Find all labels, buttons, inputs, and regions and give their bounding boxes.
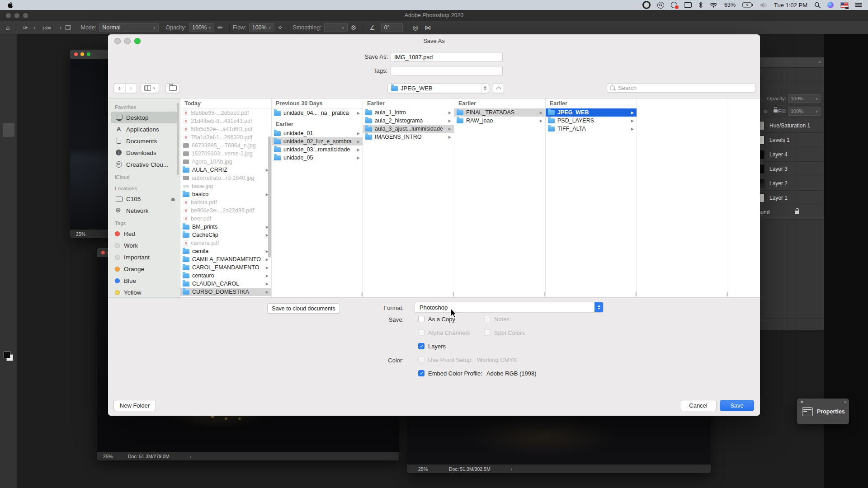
forward-button[interactable]: ›: [125, 84, 137, 93]
foreground-color-swatch[interactable]: [4, 352, 10, 358]
type-tool-icon[interactable]: [3, 235, 14, 249]
blend-mode-dropdown[interactable]: Normal∨: [99, 23, 159, 32]
filename-field[interactable]: [391, 52, 503, 62]
file-row[interactable]: CAROL_EMANDAMENTO ▶: [180, 263, 271, 272]
flow-dropdown[interactable]: 100%∨: [249, 23, 274, 32]
eyedropper-tool-icon[interactable]: [3, 95, 14, 109]
dodge-tool-icon[interactable]: [3, 207, 14, 221]
more-tools-icon[interactable]: [3, 305, 14, 319]
checkbox[interactable]: [484, 329, 491, 336]
file-row[interactable]: unidade_04..._na _pratica ▶: [272, 109, 363, 117]
checkbox[interactable]: [418, 370, 425, 376]
lasso-tool-icon[interactable]: [3, 67, 14, 81]
checkbox-row[interactable]: Use Proof Setup: Working CMYK: [418, 355, 537, 364]
marquee-tool-icon[interactable]: [3, 53, 14, 67]
status-circle-icon[interactable]: [642, 1, 651, 9]
file-row[interactable]: BM_prints ▶: [180, 223, 271, 231]
sidebar-tag-item[interactable]: Work: [111, 239, 177, 251]
history-brush-tool-icon[interactable]: [3, 151, 14, 165]
sidebar-item[interactable]: Desktop: [111, 112, 177, 123]
move-tool-icon[interactable]: [3, 39, 14, 53]
file-row[interactable]: 75a1d3af-1...266320.pdf ▶: [180, 133, 271, 141]
minimize-icon[interactable]: [80, 52, 84, 56]
close-icon[interactable]: ✕: [800, 400, 804, 404]
file-row[interactable]: 5fa8be95-...2ebacd.pdf ▶: [180, 109, 271, 117]
checkbox-row[interactable]: Notes: [484, 314, 525, 324]
file-row[interactable]: FINAL_TRATADAS ▶: [454, 108, 545, 117]
checkbox-row[interactable]: Layers: [418, 342, 474, 351]
checkbox-row[interactable]: Alpha Channels: [418, 328, 474, 337]
screen-mode-icon[interactable]: [3, 333, 14, 347]
bluetooth-icon[interactable]: [698, 2, 703, 8]
format-dropdown[interactable]: Photoshop: [414, 302, 604, 313]
checkbox[interactable]: [418, 357, 425, 363]
display-icon[interactable]: [684, 2, 692, 8]
search-input[interactable]: [617, 84, 752, 92]
notification-center-icon[interactable]: [855, 3, 862, 7]
file-row[interactable]: CAMILA_EMANDAMENTO ▶: [180, 255, 271, 263]
sidebar-tag-item[interactable]: Orange: [111, 263, 177, 275]
collapse-panels-icon[interactable]: «: [818, 59, 821, 64]
file-row[interactable]: camera.pdf ▶: [180, 239, 271, 247]
sidebar-item[interactable]: C105 ⏏: [111, 193, 177, 205]
file-row[interactable]: camila ▶: [180, 247, 271, 255]
expand-icon[interactable]: »: [844, 400, 846, 404]
symmetry-icon[interactable]: ⋈: [421, 24, 434, 31]
healing-brush-tool-icon[interactable]: [3, 109, 14, 123]
pressure-size-icon[interactable]: ◎: [410, 24, 421, 31]
eraser-tool-icon[interactable]: [3, 165, 14, 179]
wifi-icon[interactable]: [710, 2, 717, 8]
save-button[interactable]: Save: [720, 400, 754, 411]
app-status-icon[interactable]: G: [657, 2, 664, 9]
brush-tool-icon[interactable]: [3, 123, 14, 137]
brush-preset-icon[interactable]: ✑: [19, 24, 31, 31]
opacity-dropdown[interactable]: 100%∨: [189, 23, 214, 32]
file-row[interactable]: PSD_LAYERS ▶: [546, 117, 637, 125]
file-row[interactable]: unidade_03...romaticidade ▶: [272, 145, 363, 154]
checkbox[interactable]: [418, 329, 425, 336]
file-row[interactable]: IMAGENS_INTRO ▶: [363, 133, 454, 141]
view-mode-button[interactable]: ∨: [141, 83, 159, 93]
file-row[interactable]: aula_2_histograma ▶: [363, 117, 454, 125]
sidebar-tag-item[interactable]: Red: [111, 228, 177, 239]
file-row[interactable]: autorretrato...rd-1840.jpg ▶: [180, 174, 271, 182]
file-row[interactable]: batista.pdf ▶: [180, 198, 271, 206]
path-select-tool-icon[interactable]: [3, 249, 14, 263]
apple-menu-icon[interactable]: [7, 1, 14, 9]
checkbox[interactable]: [418, 316, 425, 322]
new-folder-button[interactable]: New Folder: [113, 400, 156, 411]
checkbox[interactable]: [484, 316, 491, 322]
file-row[interactable]: unidade_05 ▶: [272, 154, 363, 162]
sidebar-tag-item[interactable]: Yellow: [111, 286, 177, 297]
folder-action-button[interactable]: [165, 83, 180, 93]
file-row[interactable]: unidade_02_luz_e_sombra ▶: [272, 137, 363, 145]
zoom-level[interactable]: 25%: [407, 466, 449, 472]
hand-tool-icon[interactable]: [3, 277, 14, 291]
file-row[interactable]: CLAUDIA_CAROL ▶: [180, 280, 271, 288]
toggle-brush-panel-icon[interactable]: ❐: [62, 24, 74, 31]
status-disclosure-icon[interactable]: ›: [190, 454, 192, 459]
zoom-window-icon[interactable]: [23, 13, 28, 18]
layer-fill-dropdown[interactable]: 100%∨: [788, 107, 821, 116]
siri-icon[interactable]: [827, 2, 834, 8]
sidebar-tag-item[interactable]: Blue: [111, 275, 177, 286]
brush-preview[interactable]: 1300: [37, 25, 57, 31]
smoothing-dropdown[interactable]: ∨: [324, 23, 348, 32]
file-row[interactable]: aula_1_intro ▶: [363, 108, 454, 117]
sidebar-item[interactable]: Documents: [111, 135, 177, 147]
file-row[interactable]: centauro ▶: [180, 272, 271, 280]
file-row[interactable]: be906e3e-...2a22d99.pdf ▶: [180, 206, 271, 215]
file-row[interactable]: basico ▶: [180, 190, 271, 198]
file-row[interactable]: CURSO_DOMESTIKA ▶: [180, 288, 271, 296]
sidebar-tag-item[interactable]: Important: [111, 251, 177, 263]
battery-icon[interactable]: [742, 2, 753, 8]
shape-tool-icon[interactable]: [3, 263, 14, 277]
file-row[interactable]: AULA_CRRIZ ▶: [180, 166, 271, 174]
pressure-opacity-icon[interactable]: ✏: [214, 24, 226, 31]
file-row[interactable]: 66733895_...76864_n.jpg ▶: [180, 141, 271, 150]
file-row[interactable]: Agora_10Ab.jpg ▶: [180, 158, 271, 166]
file-row[interactable]: 152709303...verse-2.jpg ▶: [180, 150, 271, 158]
eject-icon[interactable]: ⏏: [171, 196, 175, 202]
save-to-cloud-button[interactable]: Save to cloud documents: [267, 303, 340, 314]
brush-angle-field[interactable]: 0°: [381, 23, 403, 32]
